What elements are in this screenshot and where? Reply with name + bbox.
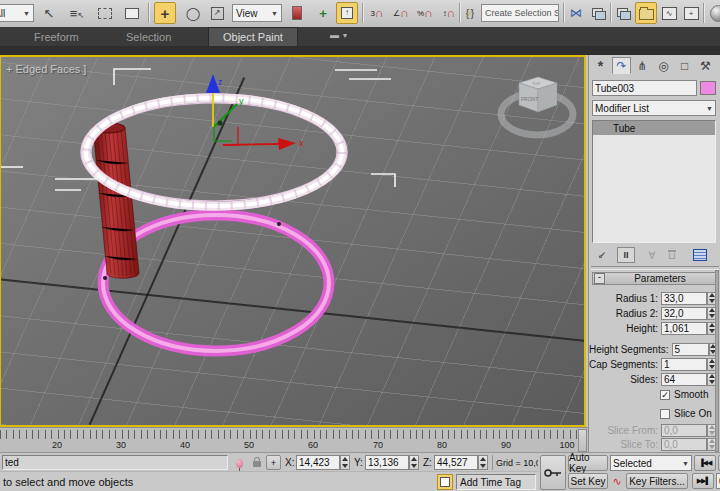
spinner-snap-toggle-button[interactable]: ↕∩ (438, 2, 460, 24)
param-row-height: Height: 1,061 (589, 321, 717, 335)
edit-named-selection-sets-button[interactable]: {∕} (461, 2, 479, 24)
use-pivot-point-center-button[interactable] (286, 2, 308, 24)
modify-panel-tab[interactable]: ↷ (612, 57, 631, 74)
curve-editor-button[interactable]: ∿ (659, 2, 679, 24)
select-object-button[interactable]: ↖ (38, 2, 60, 24)
coord-y-spinner[interactable] (409, 455, 419, 470)
isolate-selection-toggle[interactable] (437, 474, 453, 490)
gizmo-x-label: x (299, 138, 304, 148)
chevron-down-icon: ▼ (20, 10, 30, 17)
percent-snap-toggle-button[interactable]: %∩ (414, 2, 436, 24)
height-input[interactable]: 1,061 (661, 322, 707, 335)
show-end-result-button[interactable]: II (617, 247, 635, 263)
named-selection-set-dropdown[interactable]: Create Selection Se▼ (481, 4, 559, 22)
coord-x-input[interactable]: 14,423 (296, 455, 340, 470)
coord-z-spinner[interactable] (478, 455, 488, 470)
prompt-text: to select and move objects (3, 476, 133, 488)
ribbon-minimize-button[interactable]: ▬ ▼ (330, 30, 348, 40)
object-name-field[interactable]: Tube003 (592, 80, 697, 96)
select-and-move-button[interactable]: + (154, 2, 176, 24)
current-frame-field[interactable]: 0 (716, 473, 720, 489)
cap-segments-input[interactable]: 1 (661, 358, 707, 371)
modifier-list-dropdown[interactable]: Modifier List ▼ (592, 100, 716, 116)
parameters-rollout-header[interactable]: - Parameters (592, 272, 716, 285)
modifier-stack[interactable]: Tube (592, 120, 716, 243)
coord-z-input[interactable]: 44,527 (434, 455, 478, 470)
align-button[interactable] (588, 2, 608, 24)
absolute-mode-toggle[interactable]: + (266, 455, 281, 470)
layer-manager-button[interactable] (613, 2, 633, 24)
configure-modifier-sets-button[interactable] (691, 247, 709, 263)
pin-stack-button[interactable]: ⊸ (593, 247, 611, 263)
perspective-viewport[interactable]: + Edged Faces ] (0, 55, 586, 427)
slice-to-input[interactable]: 0,0 (661, 438, 707, 451)
default-in-out-tangents-button[interactable]: ∿ (610, 474, 624, 488)
window-crossing-toggle-button[interactable] (121, 2, 143, 24)
mirror-button[interactable]: ⋈ (566, 2, 586, 24)
tab-selection[interactable]: Selection (112, 27, 185, 46)
set-key-button[interactable]: Set Key (568, 473, 608, 489)
key-filters-button[interactable]: Key Filters... (626, 473, 688, 489)
braces-pencil-icon: {∕} (466, 8, 474, 19)
manipulate-cross-icon: + (319, 6, 327, 21)
coord-y-input[interactable]: 13,136 (365, 455, 409, 470)
radius2-input[interactable]: 32,0 (661, 307, 707, 320)
radius1-input[interactable]: 33,0 (661, 292, 707, 305)
animation-controls: Auto Key Set Key Selected ▼ ∿ Key Filter… (538, 452, 720, 491)
make-unique-button[interactable]: ∀ (643, 247, 661, 263)
tube-object-pink[interactable] (103, 215, 329, 351)
snap-toggle-3d-button[interactable]: 3∩ (366, 2, 388, 24)
command-panel: * ↷ ⋔ ◎ □ ⚒ Tube003 Modifier List ▼ Tube… (588, 55, 720, 452)
remove-modifier-button[interactable]: ⊔ (663, 247, 681, 263)
lock-icon (253, 461, 261, 467)
timeline-ruler[interactable]: 20 30 40 50 60 70 80 90 100 (0, 427, 588, 453)
slice-on-checkbox[interactable] (660, 409, 670, 419)
hierarchy-panel-tab[interactable]: ⋔ (633, 57, 652, 74)
reference-coordinate-dropdown[interactable]: View▼ (232, 4, 282, 22)
modifier-stack-item-tube[interactable]: Tube (593, 121, 715, 135)
key-mode-toggle-button[interactable] (540, 455, 566, 490)
object-color-swatch[interactable] (700, 81, 716, 95)
slice-from-input[interactable]: 0,0 (661, 424, 707, 437)
key-mode-dropdown[interactable]: Selected ▼ (610, 455, 692, 471)
smooth-checkbox[interactable]: ✓ (660, 390, 670, 400)
coord-x-spinner[interactable] (340, 455, 350, 470)
viewcube[interactable]: TOP FRONT (501, 77, 573, 135)
motion-icon: ◎ (658, 59, 668, 73)
auto-key-button[interactable]: Auto Key (568, 455, 608, 471)
selection-filter-dropdown[interactable]: All▼ (0, 4, 34, 22)
selection-lock-toggle[interactable] (250, 454, 264, 470)
xref-notification-button[interactable] (232, 456, 246, 470)
graphite-ribbon-toggle-button[interactable] (635, 2, 657, 24)
select-by-name-button[interactable]: ≡↖ (66, 2, 88, 24)
schematic-view-button[interactable]: + (681, 2, 701, 24)
motion-panel-tab[interactable]: ◎ (654, 57, 673, 74)
tab-object-paint[interactable]: Object Paint (208, 27, 298, 46)
rotate-circle-icon: ◯ (186, 6, 201, 21)
select-cursor-icon: ↖ (44, 6, 55, 21)
select-and-rotate-button[interactable]: ◯ (182, 2, 204, 24)
schematic-icon: + (684, 7, 699, 20)
material-editor-button[interactable] (707, 2, 720, 24)
rectangular-selection-region-button[interactable] (94, 2, 116, 24)
go-to-end-button[interactable]: ▶▶▌ (692, 473, 714, 489)
layers-icon (617, 8, 630, 19)
param-row-sides: Sides: 64 (589, 372, 717, 386)
height-segments-input[interactable]: 5 (672, 343, 709, 356)
rollout-collapse-button[interactable]: - (594, 273, 605, 284)
keyboard-shortcut-override-button[interactable]: ↑ (336, 2, 358, 24)
sides-input[interactable]: 64 (661, 373, 707, 386)
go-to-start-button[interactable]: ▐◀◀ (694, 455, 716, 471)
select-and-manipulate-button[interactable]: + (312, 2, 334, 24)
cylinder-object-red[interactable] (93, 123, 139, 278)
display-panel-tab[interactable]: □ (675, 57, 694, 74)
create-panel-tab[interactable]: * (591, 57, 610, 74)
add-time-tag-field[interactable]: Add Time Tag (456, 474, 536, 490)
select-and-scale-button[interactable]: ↗ (206, 2, 228, 24)
utilities-panel-tab[interactable]: ⚒ (696, 57, 715, 74)
gizmo-y-label: y (239, 96, 244, 106)
timeline-end-cap (578, 429, 587, 452)
panel-scrollbar[interactable] (715, 270, 719, 452)
angle-snap-toggle-button[interactable]: ∠∩ (390, 2, 412, 24)
tab-freeform[interactable]: Freeform (20, 27, 93, 46)
